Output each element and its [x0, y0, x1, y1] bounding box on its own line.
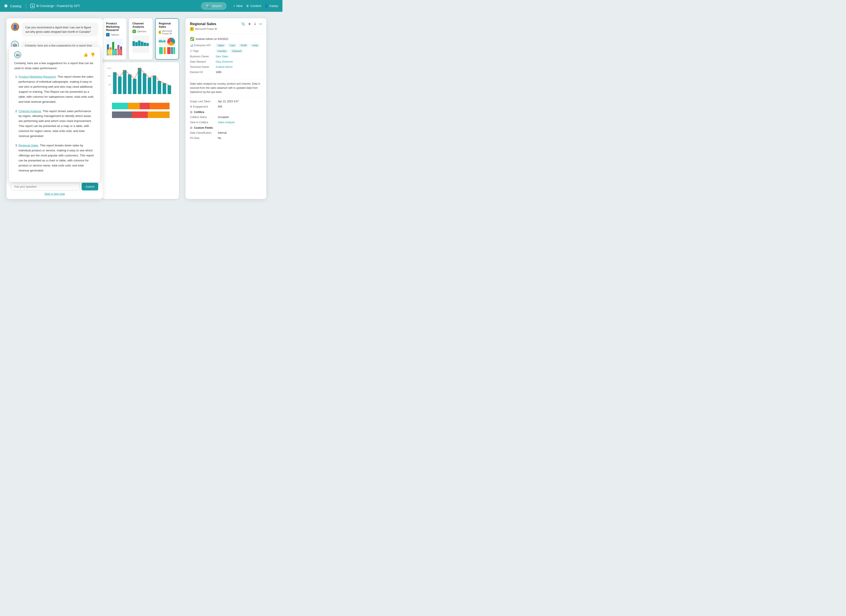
enterprise-kpi-label: 📊 Enterprise KPI — [190, 44, 214, 47]
card-preview-1 — [106, 39, 123, 56]
card-source-1: T Tableau — [106, 33, 123, 37]
svg-text:150k: 150k — [107, 67, 111, 69]
svg-rect-6 — [159, 40, 160, 42]
search-bar[interactable]: 🔍 Search — [201, 2, 226, 10]
data-classification-row: Data Classification Internal — [190, 131, 262, 134]
engagement-value: 845 — [218, 105, 222, 108]
recommendation-link-3[interactable]: Regional Sales — [19, 144, 38, 147]
nav-right-actions: + New 🗎 Content 👤 Kasey — [234, 4, 278, 7]
catalog-nav-item[interactable]: Catalog — [10, 4, 21, 8]
chat-input[interactable] — [11, 183, 79, 191]
svg-rect-20 — [128, 74, 131, 94]
star-icon[interactable]: ★ — [248, 22, 251, 26]
svg-rect-0 — [132, 41, 135, 46]
kpi-profit[interactable]: Profit — [239, 44, 248, 47]
kpi-units[interactable]: Units — [250, 44, 260, 47]
thumbs-down-button[interactable]: 👎 — [90, 51, 95, 58]
qlikview-icon: Q — [132, 30, 136, 33]
recommendation-desc-2: . This report shows sales performance by… — [19, 110, 92, 138]
business-owner-link[interactable]: Sam Sales — [216, 55, 228, 58]
svg-rect-9 — [162, 40, 162, 42]
element-id-row: Element ID 1685 — [190, 71, 262, 74]
svg-rect-36 — [140, 103, 150, 109]
svg-rect-40 — [132, 111, 148, 118]
business-owner-row: Business Owner Sam Sales — [190, 55, 262, 58]
svg-rect-26 — [157, 81, 161, 94]
svg-rect-4 — [143, 43, 146, 46]
report-source-row: P Microsoft Power BI — [190, 27, 217, 31]
right-panel-extra: Image Last Taken Apr 13, 2023 3:07 ⚙ Eng… — [185, 97, 266, 199]
svg-rect-23 — [143, 73, 146, 94]
svg-rect-24 — [148, 78, 151, 94]
powerbi-icon: P — [159, 31, 161, 34]
svg-rect-13 — [165, 40, 166, 43]
right-panel-header: Regional Sales P Microsoft Power BI 📎 ★ … — [185, 18, 266, 34]
svg-rect-1 — [135, 42, 138, 46]
content-button[interactable]: 🗎 Content — [246, 4, 261, 7]
recommendation-link-2[interactable]: Channel Analysis — [19, 110, 41, 113]
verified-row: ✅ Andrew Admin on 5/3/2022 — [190, 37, 262, 41]
svg-rect-39 — [112, 111, 132, 118]
recommendation-item-1: Product Marketing Research. This report … — [19, 74, 95, 104]
main-area: 👤 Can you recommend a report that I can … — [0, 12, 282, 205]
collibra-icon: ⚙ — [190, 110, 193, 114]
new-chat-link[interactable]: Start a new chat — [11, 192, 98, 195]
collibra-section: ⚙ Collibra Collibra Status Accepted View… — [190, 110, 262, 124]
chat-panel: 👤 Can you recommend a report that I can … — [7, 18, 103, 199]
card-source-name-3: Microsoft Power BI — [162, 30, 175, 35]
thumbs-up-button[interactable]: 👍 — [83, 51, 88, 58]
ai-response-expanded: 🤖 👍 👎 Certainly, here are a few suggesti… — [9, 47, 100, 182]
new-button[interactable]: + New — [234, 4, 242, 7]
right-panel: Regional Sales P Microsoft Power BI 📎 ★ … — [185, 18, 266, 199]
share-icon[interactable]: ⇨ — [259, 22, 262, 26]
report-source-name: Microsoft Power BI — [195, 28, 217, 31]
svg-rect-2 — [138, 41, 140, 46]
tags-row: 🏷 Tags Country Channel — [190, 49, 262, 53]
tag-country[interactable]: Country — [216, 49, 229, 53]
paperclip-icon[interactable]: 📎 — [241, 22, 245, 26]
svg-rect-5 — [146, 43, 148, 46]
tag-values: Country Channel — [216, 49, 244, 53]
report-title-section: Regional Sales P Microsoft Power BI — [190, 22, 217, 31]
svg-rect-17 — [113, 72, 116, 94]
technical-owner-link[interactable]: Andrew Admin — [216, 65, 232, 69]
bi-concierge-nav-item[interactable]: ■ BI Concierge - Powered by GPT — [30, 4, 80, 8]
svg-rect-27 — [163, 83, 166, 94]
card-source-name-1: Tableau — [111, 34, 119, 36]
user-menu[interactable]: 👤 Kasey — [264, 4, 278, 7]
technical-owner-row: Technical Owner Andrew Admin — [190, 65, 262, 69]
data-classification-label: Data Classification — [190, 131, 216, 134]
recommendation-link-1[interactable]: Product Marketing Research — [19, 75, 56, 78]
svg-rect-28 — [167, 85, 171, 94]
report-card-channel-analysis[interactable]: Channel Analysis Q QlikView — [129, 18, 153, 60]
technical-owner-label: Technical Owner — [190, 65, 214, 69]
report-card-product-marketing[interactable]: Product Marketing Research T Tableau — [103, 18, 126, 60]
svg-rect-3 — [141, 42, 143, 46]
tag-channel[interactable]: Channel — [230, 49, 243, 53]
report-description: Daily sales analysis by country, product… — [185, 79, 266, 97]
card-title-1: Product Marketing Research — [106, 22, 123, 32]
svg-rect-18 — [118, 76, 122, 94]
pii-data-label: PII Data — [190, 136, 216, 139]
search-icon: 🔍 — [206, 4, 210, 8]
custom-fields-icon: ⚙ — [190, 126, 193, 129]
user-avatar: 👤 — [11, 23, 19, 31]
data-classification-value: Internal — [218, 131, 226, 134]
view-collibra-link[interactable]: Sales Analysis — [218, 121, 235, 124]
collibra-status-label: Collibra Status — [190, 116, 216, 119]
ai-recommendations-list: Product Marketing Research. This report … — [14, 74, 95, 173]
recommendation-item-3: Regional Sales. This report breaks down … — [19, 143, 95, 173]
report-card-regional-sales[interactable]: Regional Sales P Microsoft Power BI — [155, 18, 179, 60]
stacked-chart-container — [106, 98, 175, 122]
kpi-sales[interactable]: Sales — [216, 44, 226, 47]
download-icon[interactable]: ⇓ — [254, 22, 257, 26]
data-steward-link[interactable]: Gary Governor — [216, 60, 233, 63]
kpi-cost[interactable]: Cost — [228, 44, 237, 47]
svg-rect-41 — [148, 111, 170, 118]
card-source-3: P Microsoft Power BI — [159, 30, 175, 35]
bar-chart-container: 0 50k 100k 150k — [106, 66, 175, 96]
chat-submit-button[interactable]: Submit — [82, 183, 98, 191]
engagement-icon: ⚙ — [190, 105, 192, 108]
user-message: 👤 Can you recommend a report that I can … — [11, 23, 98, 37]
card-preview-2 — [132, 35, 149, 53]
